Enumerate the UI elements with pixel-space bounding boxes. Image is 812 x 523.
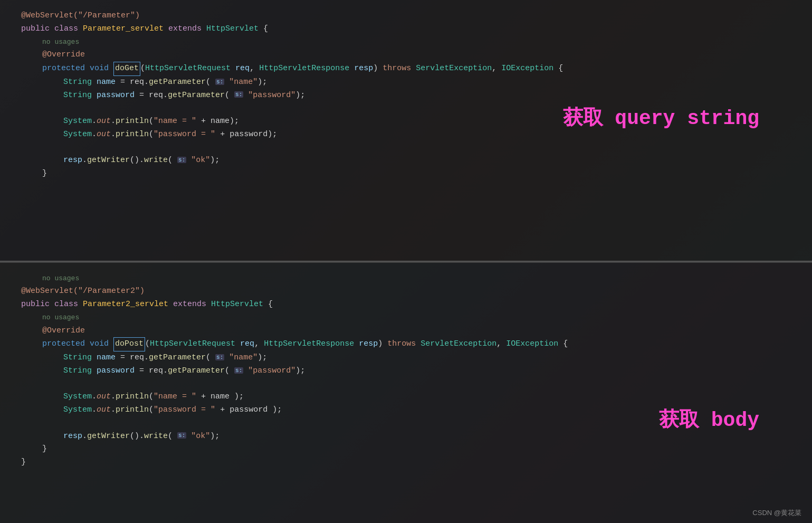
dot3: . bbox=[92, 130, 97, 139]
main-container: @WebServlet("/Parameter") public class P… bbox=[0, 0, 812, 523]
type-httpresp-1: HttpServletResponse bbox=[259, 64, 349, 73]
type-httpservlet-2: HttpServlet bbox=[211, 300, 263, 309]
str-ok-2: "ok" bbox=[186, 432, 210, 441]
param-resp-1: resp bbox=[354, 64, 373, 73]
annotation-tag-2-line: @WebServlet("/Parameter2") bbox=[21, 285, 812, 298]
getwriter-2: getWriter bbox=[87, 432, 130, 441]
getwriter-1: getWriter bbox=[87, 156, 130, 165]
paren-13: (). bbox=[130, 432, 144, 441]
cb1: } bbox=[42, 169, 47, 178]
dot4: . bbox=[111, 130, 116, 139]
kw-class-2: class bbox=[54, 300, 83, 309]
system-3: System bbox=[63, 392, 92, 401]
sp1 bbox=[231, 64, 235, 73]
kw-class-1: class bbox=[54, 24, 83, 33]
annotation-query-string: 获取 query string bbox=[563, 104, 759, 131]
no-usages-2: no usages bbox=[21, 272, 812, 286]
out-2: out bbox=[97, 130, 111, 139]
method-name-doget: doGet bbox=[113, 62, 140, 76]
str-ok-1: "ok" bbox=[186, 156, 210, 165]
resp-write-1: resp.getWriter().write( s: "ok"); bbox=[21, 154, 812, 167]
paren-9: ( bbox=[206, 353, 215, 362]
println-name-2: System.out.println("name = " + name ); bbox=[21, 391, 812, 404]
blank-2 bbox=[21, 141, 812, 155]
kw-void-2: void bbox=[90, 339, 113, 348]
param-req-1: req bbox=[235, 64, 250, 73]
class-name-2: Parameter2_servlet bbox=[83, 300, 173, 309]
method-getparam-2: getParameter bbox=[168, 91, 225, 100]
dot5: . bbox=[82, 156, 87, 165]
dot7: . bbox=[111, 392, 116, 401]
paren-4: ( bbox=[149, 117, 154, 126]
paren-14: ( bbox=[168, 432, 177, 441]
brace-open-2: { bbox=[553, 64, 563, 73]
println-1: println bbox=[116, 117, 149, 126]
no-usages-text-1: no usages bbox=[42, 38, 79, 46]
no-usages-1: no usages bbox=[21, 36, 812, 49]
paren-close-2: ) bbox=[378, 339, 387, 348]
system-4: System bbox=[63, 405, 92, 414]
exc-servlet-2: ServletException bbox=[421, 339, 496, 348]
str-pass-print-2: "password = " bbox=[154, 405, 215, 414]
dot1: . bbox=[92, 117, 97, 126]
plus1: + name); bbox=[196, 117, 239, 126]
cb2: } bbox=[42, 444, 47, 453]
annotation-body: 获取 body bbox=[659, 405, 759, 432]
out-4: out bbox=[97, 405, 111, 414]
throws-keyword-1: throws bbox=[383, 64, 416, 73]
brace-open-4: { bbox=[558, 339, 568, 348]
line-class-2: public class Parameter2_servlet extends … bbox=[21, 298, 812, 311]
label-s-4: s: bbox=[215, 354, 224, 360]
type-string-2: String bbox=[63, 91, 92, 100]
kw-public-1: public bbox=[21, 24, 54, 33]
var-pass-1: password bbox=[97, 91, 135, 100]
close-brace-3: } bbox=[21, 456, 812, 469]
type-httpreq-2: HttpServletRequest bbox=[150, 339, 235, 348]
class-name-1: Parameter_servlet bbox=[83, 24, 168, 33]
code-line-name-1: String name = req.getParameter( s: "name… bbox=[21, 76, 812, 89]
override-tag-2: @Override bbox=[42, 326, 85, 335]
label-s-6: s: bbox=[177, 432, 186, 439]
label-s-1: s: bbox=[215, 79, 224, 85]
dot8: . bbox=[92, 405, 97, 414]
str-name-2: "name" bbox=[224, 353, 257, 362]
println-4: println bbox=[116, 405, 149, 414]
paren-5: ( bbox=[149, 130, 154, 139]
paren-1: ( bbox=[140, 64, 145, 73]
method-name-dopost: doPost bbox=[113, 337, 145, 351]
line-1: @WebServlet("/Parameter") bbox=[21, 9, 812, 23]
method-getparam-1: getParameter bbox=[149, 78, 206, 87]
cb3: } bbox=[21, 458, 26, 467]
write-1: write bbox=[144, 156, 168, 165]
assign-3: = req. bbox=[116, 353, 149, 362]
assign-4: = req. bbox=[135, 366, 168, 375]
semi-1: ); bbox=[257, 78, 267, 87]
str-pass-print-1: "password = " bbox=[154, 130, 215, 139]
throws-keyword-2: throws bbox=[387, 339, 421, 348]
plus4: + password ); bbox=[215, 405, 282, 414]
assign-1: = req. bbox=[116, 78, 149, 87]
type-string-4: String bbox=[63, 366, 92, 375]
sp2 bbox=[349, 64, 354, 73]
type-string-3: String bbox=[63, 353, 92, 362]
println-2: println bbox=[116, 130, 149, 139]
comma3: , bbox=[254, 339, 264, 348]
code-line-name-2: String name = req.getParameter( s: "name… bbox=[21, 351, 812, 365]
sp4 bbox=[92, 91, 97, 100]
semi-4: ); bbox=[257, 353, 267, 362]
sp6 bbox=[354, 339, 359, 348]
sp8 bbox=[92, 366, 97, 375]
code-line-pass-2: String password = req.getParameter( s: "… bbox=[21, 365, 812, 378]
paren-2: ( bbox=[206, 78, 215, 87]
dot10: . bbox=[82, 432, 87, 441]
line-2: public class Parameter_servlet extends H… bbox=[21, 23, 812, 36]
assign-2: = req. bbox=[135, 91, 168, 100]
label-s-3: s: bbox=[177, 157, 186, 163]
sp7 bbox=[92, 353, 97, 362]
label-s-5: s: bbox=[234, 367, 243, 374]
plus2: + password); bbox=[215, 130, 277, 139]
var-name-1: name bbox=[97, 78, 116, 87]
method-sig-1: protected void doGet(HttpServletRequest … bbox=[21, 62, 812, 76]
write-2: write bbox=[144, 432, 168, 441]
code-line-pass-1: String password = req.getParameter( s: "… bbox=[21, 89, 812, 102]
